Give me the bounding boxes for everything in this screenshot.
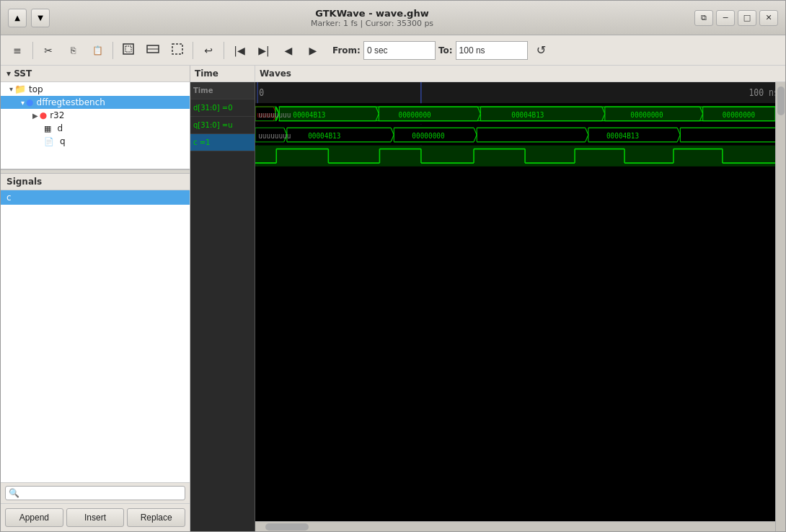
tree-item-d[interactable]: ▦ d xyxy=(1,122,190,135)
h-scrollbar[interactable] xyxy=(255,521,775,531)
tree-icon-top: 📁 xyxy=(14,84,26,94)
fast-fwd-btn[interactable]: ▶| xyxy=(253,40,275,61)
minimize-btn[interactable]: − xyxy=(716,10,735,26)
svg-text:uuuuuuuu: uuuuuuuu xyxy=(258,110,291,119)
replace-button[interactable]: Replace xyxy=(127,508,185,527)
waves-col-header: Waves xyxy=(255,66,785,81)
sst-section: ▾ SST ▾ 📁 top ▾ ● dffregtestbench xyxy=(1,66,190,169)
to-input[interactable] xyxy=(456,41,528,60)
cut-btn[interactable]: ✂ xyxy=(37,40,59,61)
select-all-icon xyxy=(122,43,135,58)
svg-rect-5 xyxy=(255,82,775,103)
svg-rect-0 xyxy=(123,44,133,54)
tree-item-r32[interactable]: ▶ ● r32 xyxy=(1,109,190,122)
title-bar-center: GTKWave - wave.ghw Marker: 1 fs | Cursor… xyxy=(50,8,694,28)
waves-outer: 0 100 ns uuuuuuuu xyxy=(255,82,775,531)
to-label: To: xyxy=(438,45,453,56)
signals-header: Signals xyxy=(1,174,190,190)
tile-btn[interactable]: ⧉ xyxy=(694,10,713,26)
goto-start-btn[interactable]: |◀ xyxy=(229,40,250,61)
tree-arrow-r32: ▶ xyxy=(32,112,38,120)
main-content: ▾ SST ▾ 📁 top ▾ ● dffregtestbench xyxy=(1,66,785,531)
svg-rect-1 xyxy=(125,46,131,52)
tree-item-q[interactable]: 📄 q xyxy=(1,135,190,148)
cut-icon: ✂ xyxy=(44,45,53,56)
prev-btn[interactable]: ◀ xyxy=(278,40,299,61)
left-panel: ▾ SST ▾ 📁 top ▾ ● dffregtestbench xyxy=(1,66,190,531)
title-bar-controls: ⧉ − □ ✕ xyxy=(694,10,778,26)
v-scrollbar[interactable] xyxy=(775,82,785,531)
toolbar-sep-2 xyxy=(112,42,113,59)
zoom-fit-btn[interactable] xyxy=(142,40,164,61)
waves-area[interactable]: 0 100 ns uuuuuuuu xyxy=(255,82,775,521)
scroll-up-btn[interactable]: ▲ xyxy=(8,9,27,27)
signals-col: Time d[31:0] =0 q[31:0] =u c =1 xyxy=(190,82,255,531)
h-scrollbar-thumb[interactable] xyxy=(265,523,309,531)
hamburger-icon: ≡ xyxy=(13,45,22,56)
svg-text:00004B13: 00004B13 xyxy=(606,131,639,140)
hamburger-menu-btn[interactable]: ≡ xyxy=(6,40,28,61)
title-bar-left: ▲ ▼ xyxy=(8,9,50,27)
signals-label: Signals xyxy=(6,177,42,187)
close-btn[interactable]: ✕ xyxy=(759,10,778,26)
sst-tree: ▾ 📁 top ▾ ● dffregtestbench ▶ ● r32 xyxy=(1,82,190,169)
copy-btn[interactable]: ⎘ xyxy=(62,40,84,61)
copy-icon: ⎘ xyxy=(71,45,76,56)
signals-col-header: Time xyxy=(190,66,255,81)
tree-icon-d: ▦ xyxy=(44,124,51,133)
search-bar: 🔍 xyxy=(1,482,190,504)
signals-col-header-label: Time xyxy=(195,68,218,79)
svg-rect-106 xyxy=(255,167,775,521)
select-rect-btn[interactable] xyxy=(167,40,188,61)
paste-btn[interactable]: 📋 xyxy=(87,40,108,61)
window-subtitle: Marker: 1 fs | Cursor: 35300 ps xyxy=(311,19,433,28)
search-input[interactable] xyxy=(22,488,182,498)
title-bar: ▲ ▼ GTKWave - wave.ghw Marker: 1 fs | Cu… xyxy=(1,1,785,35)
signal-label-c: c xyxy=(6,192,12,203)
scroll-down-btn[interactable]: ▼ xyxy=(31,9,50,27)
svg-text:00004B13: 00004B13 xyxy=(511,110,544,119)
prev-icon: ◀ xyxy=(285,45,293,56)
signal-row-q-label: q[31:0] =u xyxy=(193,121,233,129)
tree-icon-r32: ● xyxy=(40,110,47,120)
toolbar: ≡ ✂ ⎘ 📋 ↩ xyxy=(1,35,785,66)
select-all-btn[interactable] xyxy=(118,40,139,61)
signals-list[interactable]: c xyxy=(1,190,190,482)
from-to-group: From: To: xyxy=(332,41,528,60)
undo-btn[interactable]: ↩ xyxy=(198,40,219,61)
paste-icon: 📋 xyxy=(92,45,103,56)
reload-btn[interactable]: ↺ xyxy=(531,40,552,61)
tree-label-r32: r32 xyxy=(50,110,64,120)
tree-label-d: d xyxy=(57,123,63,133)
signal-item-c[interactable]: c xyxy=(1,190,190,205)
from-label: From: xyxy=(332,45,361,56)
svg-rect-4 xyxy=(172,44,182,54)
insert-button[interactable]: Insert xyxy=(66,508,125,527)
next-btn[interactable]: ▶ xyxy=(302,40,324,61)
tree-item-dffregtestbench[interactable]: ▾ ● dffregtestbench xyxy=(1,96,190,109)
tree-arrow-top: ▾ xyxy=(9,85,13,93)
signal-row-d-label: d[31:0] =0 xyxy=(193,104,233,112)
from-input[interactable] xyxy=(363,41,436,60)
tree-label-q: q xyxy=(60,136,66,146)
svg-text:100 ns: 100 ns xyxy=(749,87,775,99)
sst-collapse-arrow[interactable]: ▾ xyxy=(6,68,14,79)
tree-icon-q: 📄 xyxy=(44,137,54,146)
signal-row-d[interactable]: d[31:0] =0 xyxy=(190,99,255,117)
tree-arrow-dffregtestbench: ▾ xyxy=(21,99,25,107)
fast-fwd-icon: ▶| xyxy=(258,45,269,56)
svg-text:0: 0 xyxy=(259,87,264,99)
signals-section: Signals c 🔍 Append Insert Replac xyxy=(1,174,190,531)
search-input-wrap: 🔍 xyxy=(5,486,185,500)
zoom-fit-icon xyxy=(146,43,159,58)
maximize-btn[interactable]: □ xyxy=(738,10,756,26)
svg-text:uuuuuuuu: uuuuuuuu xyxy=(258,131,291,140)
tree-label-top: top xyxy=(29,84,43,94)
signals-waves-body: Time d[31:0] =0 q[31:0] =u c =1 xyxy=(190,82,785,531)
v-scrollbar-thumb[interactable] xyxy=(777,87,785,115)
toolbar-sep-3 xyxy=(193,42,193,59)
signal-row-c[interactable]: c =1 xyxy=(190,134,255,151)
signal-row-q[interactable]: q[31:0] =u xyxy=(190,117,255,134)
append-button[interactable]: Append xyxy=(5,508,63,527)
tree-item-top[interactable]: ▾ 📁 top xyxy=(1,82,190,96)
